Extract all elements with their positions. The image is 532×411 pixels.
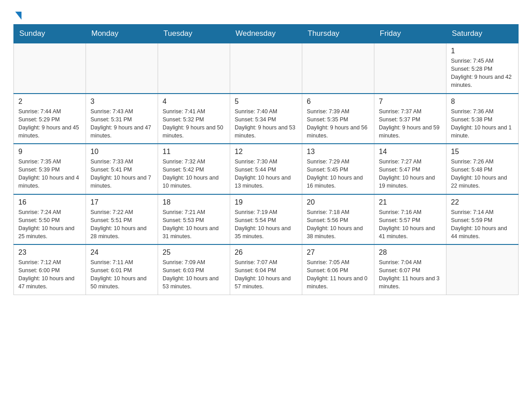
- calendar-week-1: 1Sunrise: 7:45 AM Sunset: 5:28 PM Daylig…: [14, 43, 519, 94]
- day-info: Sunrise: 7:05 AM Sunset: 6:06 PM Dayligh…: [307, 258, 369, 291]
- calendar-cell: 8Sunrise: 7:36 AM Sunset: 5:38 PM Daylig…: [446, 94, 519, 144]
- day-info: Sunrise: 7:43 AM Sunset: 5:31 PM Dayligh…: [90, 107, 153, 140]
- logo-arrow-icon: [15, 12, 21, 20]
- calendar-cell: [158, 43, 230, 94]
- day-number: 3: [90, 98, 153, 106]
- day-info: Sunrise: 7:35 AM Sunset: 5:39 PM Dayligh…: [18, 158, 81, 190]
- day-number: 26: [235, 248, 297, 257]
- day-info: Sunrise: 7:37 AM Sunset: 5:37 PM Dayligh…: [379, 107, 442, 140]
- day-number: 27: [307, 248, 369, 257]
- day-number: 7: [379, 98, 442, 106]
- day-number: 20: [307, 198, 369, 206]
- day-number: 19: [235, 198, 297, 206]
- weekday-header-tuesday: Tuesday: [158, 25, 230, 43]
- day-number: 5: [235, 98, 297, 106]
- calendar-week-2: 2Sunrise: 7:44 AM Sunset: 5:29 PM Daylig…: [14, 94, 519, 144]
- calendar-cell: 9Sunrise: 7:35 AM Sunset: 5:39 PM Daylig…: [14, 144, 86, 194]
- day-number: 10: [90, 148, 153, 156]
- calendar-cell: 11Sunrise: 7:32 AM Sunset: 5:42 PM Dayli…: [158, 144, 230, 194]
- calendar-cell: 17Sunrise: 7:22 AM Sunset: 5:51 PM Dayli…: [86, 194, 158, 245]
- calendar-cell: 5Sunrise: 7:40 AM Sunset: 5:34 PM Daylig…: [230, 94, 302, 144]
- calendar-cell: 10Sunrise: 7:33 AM Sunset: 5:41 PM Dayli…: [86, 144, 158, 194]
- calendar-cell: [302, 43, 374, 94]
- day-number: 9: [18, 148, 81, 156]
- day-number: 15: [451, 148, 514, 156]
- weekday-header-saturday: Saturday: [446, 25, 519, 43]
- calendar-cell: [14, 43, 86, 94]
- calendar-cell: 21Sunrise: 7:16 AM Sunset: 5:57 PM Dayli…: [374, 194, 446, 245]
- day-info: Sunrise: 7:33 AM Sunset: 5:41 PM Dayligh…: [90, 158, 153, 190]
- calendar-week-3: 9Sunrise: 7:35 AM Sunset: 5:39 PM Daylig…: [14, 144, 519, 194]
- day-info: Sunrise: 7:22 AM Sunset: 5:51 PM Dayligh…: [90, 208, 153, 241]
- day-info: Sunrise: 7:39 AM Sunset: 5:35 PM Dayligh…: [307, 107, 369, 140]
- day-number: 16: [18, 198, 81, 206]
- calendar-cell: 13Sunrise: 7:29 AM Sunset: 5:45 PM Dayli…: [302, 144, 374, 194]
- calendar-cell: 7Sunrise: 7:37 AM Sunset: 5:37 PM Daylig…: [374, 94, 446, 144]
- day-info: Sunrise: 7:18 AM Sunset: 5:56 PM Dayligh…: [307, 208, 369, 241]
- calendar-header-row: SundayMondayTuesdayWednesdayThursdayFrid…: [14, 25, 519, 43]
- day-info: Sunrise: 7:44 AM Sunset: 5:29 PM Dayligh…: [18, 107, 81, 140]
- weekday-header-sunday: Sunday: [14, 25, 86, 43]
- day-number: 4: [163, 98, 225, 106]
- logo: [13, 9, 21, 20]
- day-info: Sunrise: 7:21 AM Sunset: 5:53 PM Dayligh…: [163, 208, 225, 241]
- calendar-cell: 4Sunrise: 7:41 AM Sunset: 5:32 PM Daylig…: [158, 94, 230, 144]
- calendar-week-5: 23Sunrise: 7:12 AM Sunset: 6:00 PM Dayli…: [14, 244, 519, 295]
- calendar-cell: 16Sunrise: 7:24 AM Sunset: 5:50 PM Dayli…: [14, 194, 86, 245]
- day-info: Sunrise: 7:27 AM Sunset: 5:47 PM Dayligh…: [379, 158, 442, 190]
- calendar-cell: 19Sunrise: 7:19 AM Sunset: 5:54 PM Dayli…: [230, 194, 302, 245]
- day-info: Sunrise: 7:09 AM Sunset: 6:03 PM Dayligh…: [163, 258, 225, 291]
- calendar-cell: 15Sunrise: 7:26 AM Sunset: 5:48 PM Dayli…: [446, 144, 519, 194]
- calendar-cell: 1Sunrise: 7:45 AM Sunset: 5:28 PM Daylig…: [446, 43, 519, 94]
- calendar-cell: 26Sunrise: 7:07 AM Sunset: 6:04 PM Dayli…: [230, 244, 302, 295]
- day-info: Sunrise: 7:29 AM Sunset: 5:45 PM Dayligh…: [307, 158, 369, 190]
- calendar-cell: 20Sunrise: 7:18 AM Sunset: 5:56 PM Dayli…: [302, 194, 374, 245]
- weekday-header-friday: Friday: [374, 25, 446, 43]
- calendar-cell: [86, 43, 158, 94]
- weekday-header-monday: Monday: [86, 25, 158, 43]
- day-number: 14: [379, 148, 442, 156]
- day-number: 8: [451, 98, 514, 106]
- day-info: Sunrise: 7:14 AM Sunset: 5:59 PM Dayligh…: [451, 208, 514, 241]
- calendar-week-4: 16Sunrise: 7:24 AM Sunset: 5:50 PM Dayli…: [14, 194, 519, 245]
- day-number: 18: [163, 198, 225, 206]
- day-number: 6: [307, 98, 369, 106]
- day-info: Sunrise: 7:41 AM Sunset: 5:32 PM Dayligh…: [163, 107, 225, 140]
- calendar-cell: 3Sunrise: 7:43 AM Sunset: 5:31 PM Daylig…: [86, 94, 158, 144]
- day-info: Sunrise: 7:04 AM Sunset: 6:07 PM Dayligh…: [379, 258, 442, 291]
- day-info: Sunrise: 7:45 AM Sunset: 5:28 PM Dayligh…: [451, 57, 514, 90]
- calendar-cell: 6Sunrise: 7:39 AM Sunset: 5:35 PM Daylig…: [302, 94, 374, 144]
- day-number: 12: [235, 148, 297, 156]
- page-header: [13, 9, 519, 20]
- day-number: 2: [18, 98, 81, 106]
- weekday-header-thursday: Thursday: [302, 25, 374, 43]
- day-number: 11: [163, 148, 225, 156]
- calendar-cell: 2Sunrise: 7:44 AM Sunset: 5:29 PM Daylig…: [14, 94, 86, 144]
- day-number: 25: [163, 248, 225, 257]
- day-number: 17: [90, 198, 153, 206]
- calendar-cell: 18Sunrise: 7:21 AM Sunset: 5:53 PM Dayli…: [158, 194, 230, 245]
- calendar-table: SundayMondayTuesdayWednesdayThursdayFrid…: [13, 24, 519, 295]
- day-number: 23: [18, 248, 81, 257]
- calendar-cell: 23Sunrise: 7:12 AM Sunset: 6:00 PM Dayli…: [14, 244, 86, 295]
- day-info: Sunrise: 7:36 AM Sunset: 5:38 PM Dayligh…: [451, 107, 514, 140]
- day-info: Sunrise: 7:32 AM Sunset: 5:42 PM Dayligh…: [163, 158, 225, 190]
- calendar-cell: 27Sunrise: 7:05 AM Sunset: 6:06 PM Dayli…: [302, 244, 374, 295]
- day-number: 28: [379, 248, 442, 257]
- day-info: Sunrise: 7:19 AM Sunset: 5:54 PM Dayligh…: [235, 208, 297, 241]
- day-number: 22: [451, 198, 514, 206]
- day-info: Sunrise: 7:24 AM Sunset: 5:50 PM Dayligh…: [18, 208, 81, 241]
- calendar-cell: 24Sunrise: 7:11 AM Sunset: 6:01 PM Dayli…: [86, 244, 158, 295]
- calendar-cell: [374, 43, 446, 94]
- day-number: 21: [379, 198, 442, 206]
- calendar-cell: 25Sunrise: 7:09 AM Sunset: 6:03 PM Dayli…: [158, 244, 230, 295]
- day-info: Sunrise: 7:26 AM Sunset: 5:48 PM Dayligh…: [451, 158, 514, 190]
- calendar-cell: [230, 43, 302, 94]
- day-info: Sunrise: 7:30 AM Sunset: 5:44 PM Dayligh…: [235, 158, 297, 190]
- day-info: Sunrise: 7:16 AM Sunset: 5:57 PM Dayligh…: [379, 208, 442, 241]
- calendar-cell: 12Sunrise: 7:30 AM Sunset: 5:44 PM Dayli…: [230, 144, 302, 194]
- day-number: 24: [90, 248, 153, 257]
- day-info: Sunrise: 7:12 AM Sunset: 6:00 PM Dayligh…: [18, 258, 81, 291]
- calendar-cell: 14Sunrise: 7:27 AM Sunset: 5:47 PM Dayli…: [374, 144, 446, 194]
- day-info: Sunrise: 7:11 AM Sunset: 6:01 PM Dayligh…: [90, 258, 153, 291]
